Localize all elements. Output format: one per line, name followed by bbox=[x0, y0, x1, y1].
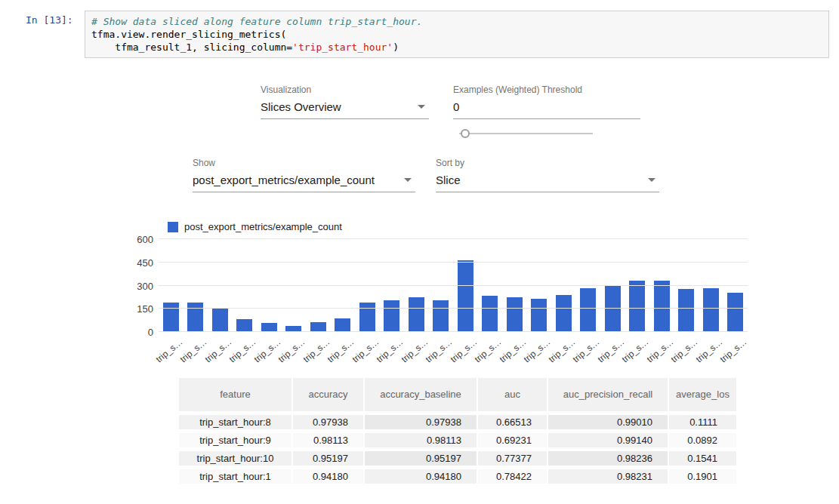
threshold-input[interactable] bbox=[453, 100, 640, 119]
table-body: trip_start_hour:80.979380.979380.665130.… bbox=[179, 413, 736, 485]
code-cell[interactable]: # Show data sliced along feature column … bbox=[85, 11, 829, 58]
bar-slot bbox=[184, 239, 208, 332]
bar[interactable] bbox=[678, 289, 694, 332]
code-line: ) bbox=[393, 41, 399, 53]
legend-swatch bbox=[168, 222, 178, 232]
metric-cell: 0.69231 bbox=[477, 431, 548, 449]
column-header[interactable]: auc_precision_recall bbox=[548, 378, 668, 413]
feature-cell: trip_start_hour:9 bbox=[179, 431, 292, 449]
bar[interactable] bbox=[556, 295, 572, 332]
bar[interactable] bbox=[458, 260, 473, 332]
bar-slot bbox=[208, 239, 233, 332]
bar-slot bbox=[331, 239, 356, 332]
slider-thumb[interactable] bbox=[461, 129, 470, 138]
bar-slot bbox=[453, 239, 478, 332]
bar[interactable] bbox=[433, 300, 449, 332]
visualization-selected: Slices Overview bbox=[261, 100, 341, 113]
column-header[interactable]: feature bbox=[179, 378, 292, 413]
metrics-table: featureaccuracyaccuracy_baselineaucauc_p… bbox=[179, 378, 736, 487]
chevron-down-icon[interactable] bbox=[418, 105, 425, 109]
bar-slot bbox=[551, 239, 576, 332]
show-metric-dropdown[interactable]: Show post_export_metrics/example_count bbox=[193, 158, 415, 192]
x-axis-label: trip_s… bbox=[325, 337, 356, 364]
x-axis-label: trip_s… bbox=[424, 337, 455, 364]
bar[interactable] bbox=[703, 288, 719, 332]
metric-cell: 0.98231 bbox=[548, 467, 668, 485]
bar-slot bbox=[257, 239, 282, 332]
metric-cell: 0.97938 bbox=[292, 413, 364, 431]
bar-slot bbox=[478, 239, 503, 332]
bar[interactable] bbox=[409, 297, 424, 332]
column-header[interactable]: accuracy_baseline bbox=[364, 378, 477, 413]
table-row: trip_start_hour:80.979380.979380.665130.… bbox=[179, 413, 736, 431]
bar[interactable] bbox=[482, 296, 498, 332]
threshold-field[interactable]: Examples (Weighted) Threshold bbox=[453, 85, 640, 119]
visualization-label: Visualization bbox=[261, 85, 429, 95]
bar-slot bbox=[576, 239, 601, 332]
bar[interactable] bbox=[212, 309, 228, 332]
x-axis-labels: trip_s…trip_s…trip_s…trip_s…trip_s…trip_… bbox=[159, 334, 748, 363]
table-row: trip_start_hour:100.951970.951970.773770… bbox=[179, 449, 736, 467]
gridline bbox=[159, 308, 748, 309]
bar-slot bbox=[649, 239, 674, 332]
x-axis-label-slot: trip_s… bbox=[723, 334, 748, 363]
bar[interactable] bbox=[187, 303, 203, 332]
y-axis-label: 150 bbox=[137, 303, 153, 315]
gridline bbox=[159, 331, 748, 332]
visualization-dropdown[interactable]: Visualization Slices Overview bbox=[261, 85, 429, 119]
bar[interactable] bbox=[531, 299, 547, 332]
bar[interactable] bbox=[654, 281, 670, 332]
sort-by-dropdown[interactable]: Sort by Slice bbox=[436, 158, 659, 192]
bar[interactable] bbox=[580, 288, 596, 332]
bar[interactable] bbox=[629, 281, 645, 332]
column-header[interactable]: average_los bbox=[668, 378, 736, 413]
metric-cell: 0.98113 bbox=[292, 431, 364, 449]
bar[interactable] bbox=[163, 303, 179, 332]
code-line: tfma_result_1, slicing_column= bbox=[91, 41, 292, 53]
notebook-page: In [13]: # Show data sliced along featur… bbox=[0, 0, 839, 504]
metric-cell: 0.94180 bbox=[364, 467, 477, 485]
bar[interactable] bbox=[236, 319, 252, 332]
slider-track[interactable] bbox=[459, 133, 593, 134]
metric-cell: 0.95197 bbox=[364, 449, 477, 467]
x-axis-label: trip_s… bbox=[276, 337, 307, 364]
code-string: 'trip_start_hour' bbox=[292, 41, 393, 53]
x-axis-label: trip_s… bbox=[301, 337, 332, 364]
x-axis-label: trip_s… bbox=[645, 337, 676, 364]
bar-slot bbox=[159, 239, 184, 332]
code-comment: # Show data sliced along feature column … bbox=[91, 16, 422, 27]
x-axis-label: trip_s… bbox=[375, 337, 406, 364]
bar-slot bbox=[625, 239, 650, 332]
metric-cell: 0.0892 bbox=[668, 431, 736, 449]
bar[interactable] bbox=[605, 286, 621, 333]
show-value[interactable]: post_export_metrics/example_count bbox=[193, 174, 415, 192]
bar[interactable] bbox=[384, 300, 399, 332]
x-axis-label: trip_s… bbox=[399, 337, 430, 364]
x-axis-label: trip_s… bbox=[203, 337, 234, 364]
sort-by-value[interactable]: Slice bbox=[436, 174, 659, 192]
bar-slot bbox=[306, 239, 331, 332]
bar[interactable] bbox=[359, 303, 375, 332]
gridline bbox=[159, 262, 748, 263]
chevron-down-icon[interactable] bbox=[404, 178, 412, 182]
visualization-value[interactable]: Slices Overview bbox=[261, 100, 429, 119]
chevron-down-icon[interactable] bbox=[648, 178, 655, 182]
metric-cell: 0.1541 bbox=[668, 449, 736, 467]
x-axis-label: trip_s… bbox=[596, 337, 627, 364]
x-axis-label: trip_s… bbox=[694, 337, 725, 364]
y-axis-label: 600 bbox=[137, 234, 153, 245]
cell-prompt: In [13]: bbox=[26, 14, 73, 26]
bar[interactable] bbox=[507, 297, 523, 332]
feature-cell: trip_start_hour:1 bbox=[179, 467, 292, 485]
column-header[interactable]: auc bbox=[477, 378, 548, 413]
metric-cell: 0.95197 bbox=[292, 449, 364, 467]
x-axis-label: trip_s… bbox=[669, 337, 700, 364]
column-header[interactable]: accuracy bbox=[292, 378, 364, 413]
slices-bar-chart: post_export_metrics/example_count 600450… bbox=[125, 219, 748, 366]
bar[interactable] bbox=[335, 318, 350, 332]
bar[interactable] bbox=[727, 293, 743, 332]
show-label: Show bbox=[193, 158, 415, 168]
bar-slot bbox=[502, 239, 527, 332]
metric-cell: 0.94180 bbox=[292, 467, 364, 485]
threshold-slider[interactable] bbox=[459, 128, 593, 139]
